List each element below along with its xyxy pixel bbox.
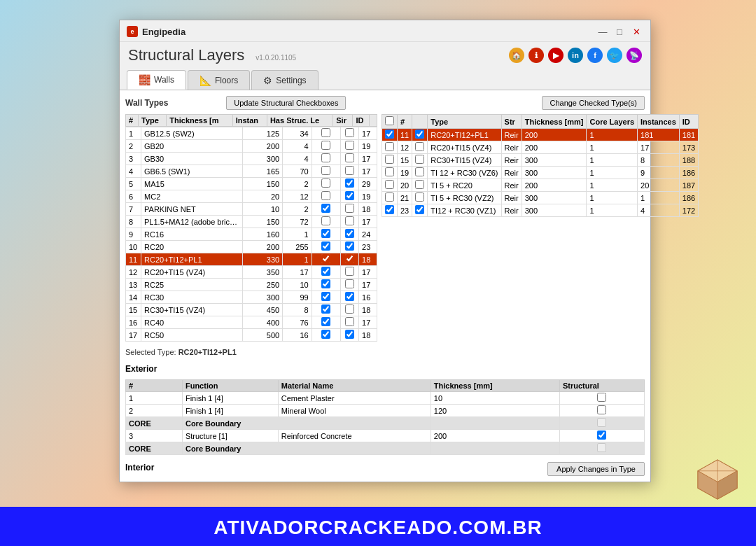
- wall-type-row[interactable]: 10 RC20 200 255 23: [126, 241, 377, 253]
- wall-type-row[interactable]: 1 GB12.5 (SW2) 125 34 17: [126, 127, 377, 140]
- checked-type-row[interactable]: 11 RC20+TI12+PL1 Reir 200 1 181 181: [382, 129, 699, 141]
- row-thickness: 450: [243, 304, 283, 316]
- podcast-icon[interactable]: 📡: [626, 48, 642, 63]
- twitter-icon[interactable]: 🐦: [607, 48, 622, 63]
- row-sir[interactable]: [341, 266, 359, 279]
- row-has-structural[interactable]: [312, 153, 340, 165]
- row-sir[interactable]: [341, 127, 359, 140]
- row-has-structural[interactable]: [312, 253, 340, 266]
- layer-structural[interactable]: [559, 392, 644, 405]
- row-inner-cb[interactable]: [412, 192, 428, 204]
- apply-changes-button[interactable]: Apply Changes in Type: [547, 462, 645, 476]
- facebook-icon[interactable]: f: [587, 48, 603, 63]
- row-sir[interactable]: [341, 190, 359, 203]
- row-has-structural[interactable]: [312, 190, 340, 203]
- row-sir[interactable]: [341, 279, 359, 291]
- tab-floors[interactable]: 📐 Floors: [188, 70, 250, 90]
- row-inner-cb[interactable]: [412, 179, 428, 192]
- row-outer-cb[interactable]: [382, 141, 398, 154]
- row-inner-cb[interactable]: [412, 154, 428, 167]
- wall-type-row[interactable]: 2 GB20 200 4 19: [126, 140, 377, 153]
- row-has-structural[interactable]: [312, 316, 340, 329]
- row-sir[interactable]: [341, 203, 359, 216]
- row-has-structural[interactable]: [312, 203, 340, 216]
- wall-type-row[interactable]: 5 MA15 150 2 29: [126, 178, 377, 190]
- wall-type-row[interactable]: 9 RC16 160 1 24: [126, 228, 377, 241]
- update-structural-button[interactable]: Update Structural Checkboxes: [226, 96, 346, 110]
- row-has-structural[interactable]: [312, 178, 340, 190]
- wall-type-row[interactable]: 3 GB30 300 4 17: [126, 153, 377, 165]
- row-sir[interactable]: [341, 216, 359, 228]
- checked-type-row[interactable]: 19 TI 12 + RC30 (VZ6) Reir 300 1 9 186: [382, 167, 699, 179]
- row-inner-cb[interactable]: [412, 141, 428, 154]
- wall-type-row[interactable]: 6 MC2 20 12 19: [126, 190, 377, 203]
- select-all-checkbox[interactable]: [385, 116, 394, 125]
- row-has-structural[interactable]: [312, 165, 340, 178]
- maximize-button[interactable]: □: [612, 24, 626, 38]
- row-outer-cb[interactable]: [382, 154, 398, 167]
- row-has-structural[interactable]: [312, 216, 340, 228]
- wall-type-row[interactable]: 7 PARKING NET 10 2 18: [126, 203, 377, 216]
- row-outer-cb[interactable]: [382, 204, 398, 217]
- row-has-structural[interactable]: [312, 127, 340, 140]
- layer-structural[interactable]: [559, 405, 644, 417]
- row-has-structural[interactable]: [312, 329, 340, 342]
- wall-type-row[interactable]: 14 RC30 300 99 16: [126, 291, 377, 304]
- row-outer-cb[interactable]: [382, 167, 398, 179]
- row-has-structural[interactable]: [312, 140, 340, 153]
- youtube-icon[interactable]: ▶: [548, 48, 564, 63]
- change-checked-button[interactable]: Change Checked Type(s): [542, 96, 645, 110]
- row-sir[interactable]: [341, 153, 359, 165]
- row-outer-cb[interactable]: [382, 179, 398, 192]
- info-icon[interactable]: ℹ: [528, 48, 544, 63]
- row-inner-cb[interactable]: [412, 167, 428, 179]
- wall-type-row[interactable]: 4 GB6.5 (SW1) 165 70 17: [126, 165, 377, 178]
- row-outer-cb[interactable]: [382, 192, 398, 204]
- row-type: GB30: [141, 153, 243, 165]
- row-sir[interactable]: [341, 316, 359, 329]
- wall-type-row[interactable]: 13 RC25 250 10 17: [126, 279, 377, 291]
- row-sir[interactable]: [341, 140, 359, 153]
- wall-type-row[interactable]: 16 RC40 400 76 17: [126, 316, 377, 329]
- row-sir[interactable]: [341, 329, 359, 342]
- layer-structural[interactable]: [559, 442, 644, 455]
- checked-type-row[interactable]: 20 TI 5 + RC20 Reir 200 1 20 187: [382, 179, 699, 192]
- home-icon[interactable]: 🏠: [509, 48, 524, 63]
- minimize-button[interactable]: —: [596, 24, 610, 38]
- tab-settings[interactable]: ⚙ Settings: [251, 70, 318, 90]
- row-outer-cb[interactable]: [382, 129, 398, 141]
- row-inner-cb[interactable]: [412, 204, 428, 217]
- wall-type-row[interactable]: 15 RC30+TI15 (VZ4) 450 8 18: [126, 304, 377, 316]
- row-sir[interactable]: [341, 241, 359, 253]
- row-sir[interactable]: [341, 253, 359, 266]
- checked-type-row[interactable]: 21 TI 5 + RC30 (VZ2) Reir 300 1 1 186: [382, 192, 699, 204]
- checked-type-row[interactable]: 15 RC30+TI15 (VZ4) Reir 300 1 8 188: [382, 154, 699, 167]
- row-has-structural[interactable]: [312, 241, 340, 253]
- close-button[interactable]: ✕: [629, 24, 643, 38]
- wall-type-row[interactable]: 12 RC20+TI15 (VZ4) 350 17 17: [126, 266, 377, 279]
- row-has-structural[interactable]: [312, 304, 340, 316]
- row-inner-cb[interactable]: [412, 129, 428, 141]
- row-sir[interactable]: [341, 304, 359, 316]
- wall-types-scroll[interactable]: 1 GB12.5 (SW2) 125 34 17 2 GB20 200 4 19…: [125, 127, 377, 342]
- row-id-r: 186: [679, 167, 698, 179]
- row-has-structural[interactable]: [312, 291, 340, 304]
- layer-structural[interactable]: [559, 417, 644, 430]
- wall-type-row[interactable]: 17 RC50 500 16 18: [126, 329, 377, 342]
- row-has-structural[interactable]: [312, 266, 340, 279]
- wall-type-row[interactable]: 8 PL1.5+MA12 (adobe brick)+Pl 150 72 17: [126, 216, 377, 228]
- row-has-structural[interactable]: [312, 228, 340, 241]
- linkedin-icon[interactable]: in: [568, 48, 583, 63]
- checked-type-row[interactable]: 23 TI12 + RC30 (VZ1) Reir 300 1 4 172: [382, 204, 699, 217]
- checked-type-row[interactable]: 12 RC20+TI15 (VZ4) Reir 200 1 17 173: [382, 141, 699, 154]
- row-sir[interactable]: [341, 178, 359, 190]
- row-sir[interactable]: [341, 291, 359, 304]
- layer-structural[interactable]: [559, 430, 644, 442]
- tab-walls[interactable]: 🧱 Walls: [127, 70, 186, 90]
- row-has-structural[interactable]: [312, 279, 340, 291]
- wall-type-row[interactable]: 11 RC20+TI12+PL1 330 1 18: [126, 253, 377, 266]
- row-sir[interactable]: [341, 165, 359, 178]
- row-type-r: RC30+TI15 (VZ4): [428, 154, 501, 167]
- row-num: 5: [126, 178, 141, 190]
- row-sir[interactable]: [341, 228, 359, 241]
